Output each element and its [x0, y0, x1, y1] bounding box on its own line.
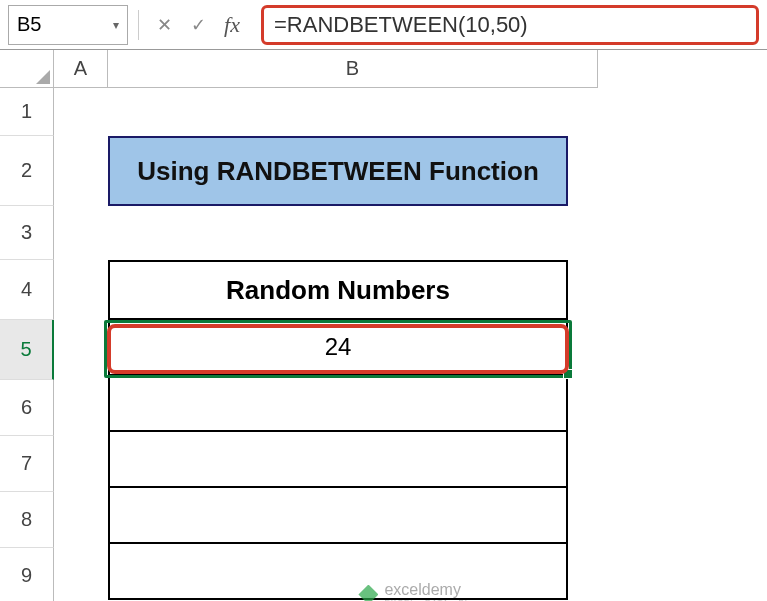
table-row[interactable]: 24 [108, 320, 568, 376]
row-header-9[interactable]: 9 [0, 548, 54, 601]
formula-text: =RANDBETWEEN(10,50) [274, 12, 528, 38]
watermark: exceldemy EXCEL · DATA · BI [358, 582, 468, 601]
fx-icon[interactable]: fx [217, 10, 247, 40]
data-table: Random Numbers 24 [108, 260, 568, 600]
select-all-corner[interactable] [0, 50, 54, 88]
formula-input[interactable]: =RANDBETWEEN(10,50) [261, 5, 759, 45]
formula-bar: B5 ▾ ✕ ✓ fx =RANDBETWEEN(10,50) [0, 0, 767, 50]
table-header[interactable]: Random Numbers [108, 260, 568, 320]
logo-icon [358, 585, 378, 602]
column-headers: A B [54, 50, 598, 88]
row-header-1[interactable]: 1 [0, 88, 54, 136]
row-header-4[interactable]: 4 [0, 260, 54, 320]
cancel-icon[interactable]: ✕ [149, 10, 179, 40]
row-header-8[interactable]: 8 [0, 492, 54, 548]
table-row[interactable] [108, 488, 568, 544]
row-header-7[interactable]: 7 [0, 436, 54, 492]
divider [138, 10, 139, 40]
name-box[interactable]: B5 ▾ [8, 5, 128, 45]
col-header-b[interactable]: B [108, 50, 598, 88]
table-row[interactable] [108, 432, 568, 488]
watermark-name: exceldemy [384, 582, 468, 598]
row-header-5[interactable]: 5 [0, 320, 54, 380]
name-box-value: B5 [17, 13, 41, 36]
accept-icon[interactable]: ✓ [183, 10, 213, 40]
col-header-a[interactable]: A [54, 50, 108, 88]
table-row[interactable] [108, 376, 568, 432]
spreadsheet-grid: A B 1 2 3 4 5 6 7 8 9 Using RANDBETWEEN … [0, 50, 767, 601]
row-header-2[interactable]: 2 [0, 136, 54, 206]
row-header-6[interactable]: 6 [0, 380, 54, 436]
cells-area[interactable]: Using RANDBETWEEN Function Random Number… [54, 88, 598, 601]
title-cell[interactable]: Using RANDBETWEEN Function [108, 136, 568, 206]
chevron-down-icon[interactable]: ▾ [113, 18, 119, 32]
table-row[interactable] [108, 544, 568, 600]
row-header-3[interactable]: 3 [0, 206, 54, 260]
row-headers: 1 2 3 4 5 6 7 8 9 [0, 88, 54, 601]
